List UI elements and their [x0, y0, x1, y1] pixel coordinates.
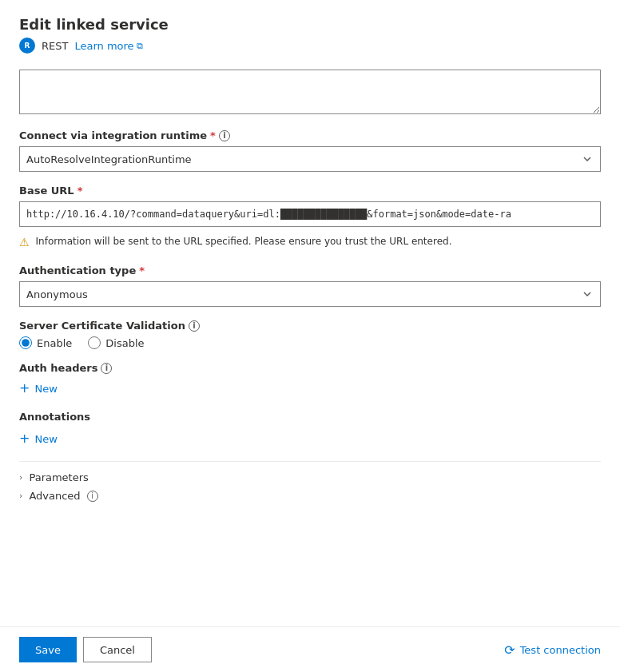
- test-connection-button[interactable]: ⟳ Test connection: [504, 642, 601, 658]
- advanced-info-icon[interactable]: i: [87, 491, 98, 502]
- connect-runtime-info-icon[interactable]: i: [219, 130, 230, 141]
- external-link-icon: ⧉: [137, 41, 143, 51]
- footer-left-actions: Save Cancel: [19, 637, 152, 662]
- page-title: Edit linked service: [19, 16, 601, 33]
- url-warning-box: ⚠ Information will be sent to the URL sp…: [19, 232, 601, 252]
- required-star: *: [210, 129, 216, 141]
- server-cert-group: Server Certificate Validation i Enable D…: [19, 320, 601, 349]
- advanced-label: Advanced: [29, 490, 80, 502]
- server-cert-info-icon[interactable]: i: [189, 320, 200, 332]
- rest-icon: R: [19, 38, 35, 54]
- cancel-button[interactable]: Cancel: [83, 637, 152, 662]
- base-url-required-star: *: [78, 185, 83, 197]
- connect-runtime-group: Connect via integration runtime * i Auto…: [19, 129, 601, 172]
- connect-runtime-label: Connect via integration runtime * i: [19, 129, 601, 141]
- enable-radio-label: Enable: [37, 337, 72, 349]
- advanced-chevron-icon: ›: [19, 491, 22, 501]
- plus-icon: +: [19, 382, 30, 395]
- service-type-label: REST: [42, 40, 68, 52]
- footer: Save Cancel ⟳ Test connection: [0, 626, 620, 672]
- warning-icon: ⚠: [19, 236, 30, 249]
- base-url-label: Base URL *: [19, 185, 601, 197]
- auth-headers-info-icon[interactable]: i: [101, 363, 112, 374]
- warning-text: Information will be sent to the URL spec…: [36, 235, 452, 249]
- parameters-expandable[interactable]: › Parameters: [19, 468, 601, 487]
- auth-required-star: *: [139, 264, 145, 276]
- cert-validation-radio-group: Enable Disable: [19, 336, 601, 349]
- enable-radio-option[interactable]: Enable: [19, 336, 72, 349]
- enable-radio[interactable]: [19, 336, 32, 349]
- test-connection-icon: ⟳: [504, 642, 515, 658]
- connect-runtime-select[interactable]: AutoResolveIntegrationRuntime: [19, 146, 601, 172]
- parameters-chevron-icon: ›: [19, 472, 22, 483]
- disable-radio-option[interactable]: Disable: [88, 336, 144, 349]
- auth-headers-label: Auth headers i: [19, 362, 601, 374]
- auth-type-group: Authentication type * Anonymous: [19, 264, 601, 307]
- save-button[interactable]: Save: [19, 637, 77, 662]
- base-url-input[interactable]: [19, 201, 601, 227]
- annotations-group: Annotations + New: [19, 411, 601, 448]
- add-auth-header-button[interactable]: + New: [19, 379, 58, 398]
- divider-1: [19, 461, 601, 462]
- disable-radio-label: Disable: [105, 337, 144, 349]
- add-annotation-button[interactable]: + New: [19, 429, 58, 448]
- base-url-group: Base URL * ⚠ Information will be sent to…: [19, 185, 601, 252]
- learn-more-link[interactable]: Learn more ⧉: [74, 40, 142, 52]
- auth-type-select[interactable]: Anonymous: [19, 281, 601, 307]
- server-cert-label: Server Certificate Validation i: [19, 320, 601, 332]
- parameters-label: Parameters: [29, 471, 88, 483]
- annotations-label: Annotations: [19, 411, 601, 423]
- annotation-plus-icon: +: [19, 432, 30, 445]
- service-header: R REST Learn more ⧉: [19, 38, 601, 54]
- disable-radio[interactable]: [88, 336, 101, 349]
- auth-headers-group: Auth headers i + New: [19, 362, 601, 398]
- advanced-expandable[interactable]: › Advanced i: [19, 487, 601, 505]
- auth-type-label: Authentication type *: [19, 264, 601, 276]
- description-textarea[interactable]: [19, 70, 601, 114]
